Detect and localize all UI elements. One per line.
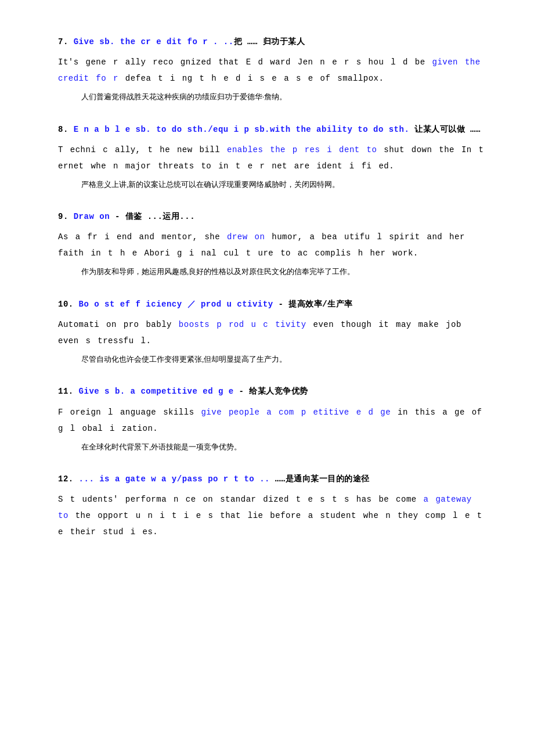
entry-7-phrase-part-1: 把 …… 归功于某人 — [234, 37, 305, 46]
entry-7-body: It's gene r ally reco gnized that E d wa… — [58, 54, 488, 87]
entry-10-body-part-0: Automati on pro bably — [58, 320, 179, 329]
entry-8-body-part-1: enables the p res i dent to — [227, 145, 377, 154]
entry-7-body-part-0: It's gene r ally reco gnized that E d wa… — [58, 57, 432, 67]
entry-10-body-part-1: boosts p rod u c tivity — [179, 320, 306, 329]
entry-9-phrase-part-0: Draw on — [74, 212, 110, 221]
entry-9-heading: 9. Draw on - 借鉴 ...运用... — [58, 210, 488, 224]
entry-11-phrase-part-0: Give s b. a competitive ed g e — [79, 387, 234, 396]
entry-9-phrase-part-1: - 借鉴 ...运用... — [110, 212, 195, 221]
entry-8-chinese: 严格意义上讲,新的议案让总统可以在确认浮现重要网络威胁时，关闭因特网。 — [81, 178, 488, 191]
entry-11-body-part-0: F oreign l anguage skills — [58, 408, 201, 417]
entry-11-heading: 11. Give s b. a competitive ed g e - 给某人… — [58, 384, 488, 399]
entry-12-body-part-0: S t udents' performa n ce on standar diz… — [58, 495, 424, 504]
entry-9-body-part-1: drew on — [227, 232, 265, 242]
entry-12-number: 12. — [58, 474, 79, 484]
entry-10-number: 10. — [58, 300, 79, 309]
entry-7-chinese: 人们普遍觉得战胜天花这种疾病的功绩应归功于爱德华·詹纳。 — [81, 90, 488, 103]
entry-11-body: F oreign l anguage skills give people a … — [58, 404, 488, 437]
entry-10-body: Automati on pro bably boosts p rod u c t… — [58, 316, 488, 349]
entry-8-body-part-0: T echni c ally, t he new bill — [58, 145, 227, 154]
entry-11-phrase-part-1: - 给某人竞争优势 — [234, 387, 308, 396]
entry-12-phrase-part-1: ……是通向某一目的的途径 — [270, 474, 370, 484]
entry-8: 8. E n a b l e sb. to do sth./equ i p sb… — [58, 123, 488, 192]
entry-12: 12. ... is a gate w a y/pass po r t to .… — [58, 472, 488, 540]
entry-9-number: 9. — [58, 212, 74, 221]
entry-7-phrase-part-0: Give sb. the cr e dit fo r . .. — [74, 37, 234, 46]
entry-11-body-part-1: give people a com p etitive e d ge — [201, 408, 391, 417]
entry-12-body-part-2: the opport u n i t i e s that lie before… — [58, 511, 482, 537]
entry-10-phrase-part-1: - 提高效率/生产率 — [273, 300, 353, 309]
entry-7-body-part-2: defea t i ng t h e d i s e a s e of smal… — [118, 74, 384, 83]
entry-8-number: 8. — [58, 125, 74, 134]
entry-7: 7. Give sb. the cr e dit fo r . ..把 …… 归… — [58, 35, 488, 104]
entry-10-chinese: 尽管自动化也许会使工作变得更紧张,但却明显提高了生产力。 — [81, 352, 488, 366]
entry-8-phrase-part-1: 让某人可以做 …… — [409, 125, 481, 134]
entry-12-phrase-part-0: ... is a gate w a y/pass po r t to .. — [79, 474, 270, 484]
entry-11-chinese: 在全球化时代背景下,外语技能是一项竞争优势。 — [81, 440, 488, 453]
entry-10-phrase-part-0: Bo o st ef f iciency ／ prod u ctivity — [79, 300, 273, 309]
entry-9-chinese: 作为朋友和导师，她运用风趣感,良好的性格以及对原住民文化的信奉完毕了工作。 — [81, 265, 488, 278]
entry-10: 10. Bo o st ef f iciency ／ prod u ctivit… — [58, 297, 488, 366]
entry-10-heading: 10. Bo o st ef f iciency ／ prod u ctivit… — [58, 297, 488, 312]
entry-8-phrase-part-0: E n a b l e sb. to do sth./equ i p sb.wi… — [74, 125, 410, 134]
entry-12-body: S t udents' performa n ce on standar diz… — [58, 491, 488, 540]
main-content: 7. Give sb. the cr e dit fo r . ..把 …… 归… — [58, 35, 488, 540]
entry-9-body-part-0: As a fr i end and mentor, she — [58, 232, 227, 242]
entry-11: 11. Give s b. a competitive ed g e - 给某人… — [58, 384, 488, 453]
entry-7-heading: 7. Give sb. the cr e dit fo r . ..把 …… 归… — [58, 35, 488, 49]
entry-11-number: 11. — [58, 387, 79, 396]
entry-7-number: 7. — [58, 37, 74, 46]
entry-12-heading: 12. ... is a gate w a y/pass po r t to .… — [58, 472, 488, 487]
entry-8-body: T echni c ally, t he new bill enables th… — [58, 142, 488, 174]
entry-9: 9. Draw on - 借鉴 ...运用...As a fr i end an… — [58, 210, 488, 279]
entry-8-heading: 8. E n a b l e sb. to do sth./equ i p sb… — [58, 123, 488, 137]
entry-9-body: As a fr i end and mentor, she drew on hu… — [58, 229, 488, 261]
